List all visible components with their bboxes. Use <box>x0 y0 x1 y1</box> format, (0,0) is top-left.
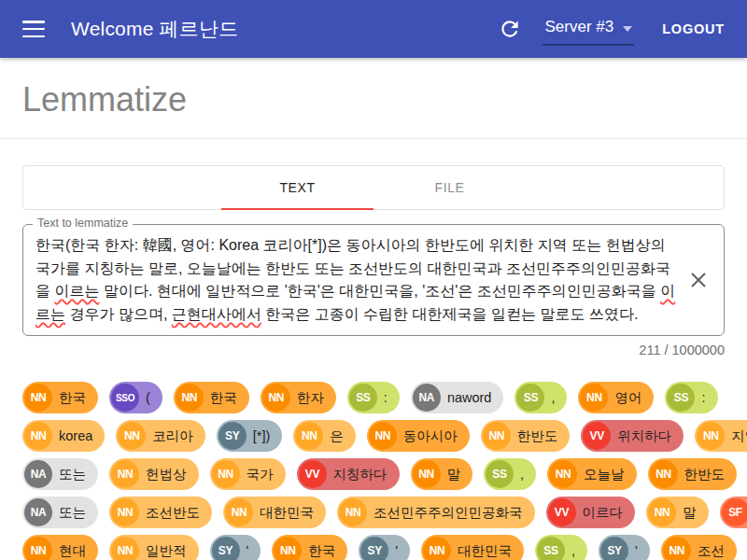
pos-tag-badge: NA <box>24 460 52 488</box>
pos-tag-badge: NN <box>111 460 139 488</box>
token-chip: NN은 <box>293 420 356 452</box>
token-chip: SSO( <box>109 382 162 413</box>
pos-tag-badge: NN <box>176 384 204 412</box>
hamburger-menu-icon[interactable] <box>22 21 45 37</box>
token-word: korea <box>59 428 92 443</box>
token-word: 국가 <box>247 466 274 483</box>
pos-tag-badge: NN <box>111 498 139 526</box>
pos-tag-badge: NN <box>212 460 240 488</box>
token-chip: NN지역 <box>695 420 747 452</box>
token-word: 한국 <box>210 389 237 407</box>
token-word: , <box>571 543 575 558</box>
server-select[interactable]: Server #3 <box>543 12 634 46</box>
token-chip: SS, <box>484 458 536 490</box>
token-word: 말 <box>683 504 697 522</box>
pos-tag-badge: NN <box>663 537 691 560</box>
app-bar: Welcome 페르난드 Server #3 LOGOUT <box>0 0 747 58</box>
token-word: , <box>520 467 524 482</box>
pos-tag-badge: NN <box>423 537 451 560</box>
token-chip-row: NNkoreaNN코리아SY[*])NN은NN동아시아NN한반도VV위치하다NN… <box>22 420 725 452</box>
token-word: 대한민국 <box>458 542 512 560</box>
pos-tag-badge: NN <box>225 498 253 526</box>
token-word: 영어 <box>614 389 641 407</box>
text-segment: 경우가 많으며, <box>65 306 172 322</box>
char-counter: 211 / 1000000 <box>22 343 725 357</box>
tab-text[interactable]: TEXT <box>221 166 374 209</box>
close-icon[interactable] <box>687 269 710 291</box>
token-chip: SS: <box>665 382 717 413</box>
pos-tag-badge: SSO <box>111 384 139 412</box>
logout-button[interactable]: LOGOUT <box>662 21 725 36</box>
token-word: 한반도 <box>517 427 558 445</box>
pos-tag-badge: NN <box>274 537 302 560</box>
field-label: Text to lemmatize <box>33 217 133 230</box>
pos-tag-badge: SS <box>667 384 695 412</box>
token-chip: NN헌법상 <box>109 458 199 490</box>
pos-tag-badge: SY <box>360 537 388 560</box>
token-chip: NN국가 <box>210 458 286 490</box>
token-chip: NN대한민국 <box>223 497 326 528</box>
token-chip: VV위치하다 <box>581 420 684 452</box>
tab-file-label: FILE <box>435 180 465 195</box>
token-word: 한국 <box>308 542 335 560</box>
token-chip: NN한국 <box>22 382 98 413</box>
pos-tag-badge: SS <box>516 384 544 412</box>
token-word: 한자 <box>297 389 324 407</box>
pos-tag-badge: NN <box>483 422 511 450</box>
token-word: 동아시아 <box>403 427 458 445</box>
token-chip: SS, <box>535 535 587 560</box>
token-chip: NN대한민국 <box>421 535 524 560</box>
pos-tag-badge: NN <box>413 460 441 488</box>
pos-tag-badge: NN <box>339 498 367 526</box>
lemmatize-input-field[interactable]: Text to lemmatize 한국(한국 한자: 韓國, 영어: Kore… <box>22 224 725 336</box>
tab-text-label: TEXT <box>279 180 315 195</box>
token-chip: SY[*]) <box>217 420 283 452</box>
pos-tag-badge: NN <box>648 498 676 526</box>
field-text[interactable]: 한국(한국 한자: 韓國, 영어: Korea 코리아[*])은 동아시아의 한… <box>35 234 681 326</box>
token-word: 은 <box>330 427 344 445</box>
token-word: 오늘날 <box>584 466 625 483</box>
token-chip: NN한반도 <box>481 420 571 452</box>
divider <box>0 138 747 139</box>
token-chip: NN동아시아 <box>367 420 470 452</box>
token-chip: SY' <box>599 535 650 560</box>
token-word: 말 <box>447 466 461 483</box>
pos-tag-badge: NA <box>413 384 441 412</box>
token-chip: NN오늘날 <box>547 458 637 490</box>
token-word: 현대 <box>59 542 86 560</box>
token-word: 코리아 <box>152 427 193 445</box>
token-chip: NN한국 <box>174 382 249 413</box>
token-chip: NN말 <box>646 497 709 528</box>
server-select-value: Server #3 <box>544 18 613 36</box>
token-chip: NN한자 <box>261 382 336 413</box>
token-word: 조선민주주의인민공화국 <box>374 504 523 522</box>
token-word: : <box>701 390 705 405</box>
pos-tag-badge: NA <box>24 498 52 526</box>
token-word: , <box>551 390 555 405</box>
pos-tag-badge: SY <box>600 537 628 560</box>
misspelled-word: 이르는 <box>54 283 99 299</box>
token-chip: NN조선반도 <box>109 497 212 528</box>
token-chip: NN한반도 <box>648 458 738 490</box>
token-word: ' <box>247 543 249 558</box>
token-word: 한국 <box>59 389 86 407</box>
token-chip: SY' <box>359 535 410 560</box>
pos-tag-badge: NN <box>24 537 52 560</box>
token-chip: NN영어 <box>578 382 654 413</box>
token-chip: NN조선 <box>661 535 737 560</box>
token-chip-row: NA또는NN헌법상NN국가VV지칭하다NN말SS,NN오늘날NN한반도 <box>22 458 725 490</box>
pos-tag-badge: NN <box>369 422 397 450</box>
pos-tag-badge: NN <box>549 460 577 488</box>
welcome-title: Welcome 페르난드 <box>71 16 238 42</box>
token-chip: NN조선민주주의인민공화국 <box>337 497 535 528</box>
token-chip: SY' <box>210 535 261 560</box>
token-chip-area: NN한국SSO(NN한국NN한자SS:NAnawordSS,NN영어SS:NNk… <box>22 382 725 560</box>
pos-tag-badge: SF <box>722 498 747 526</box>
pos-tag-badge: NN <box>24 422 52 450</box>
pos-tag-badge: VV <box>299 460 327 488</box>
pos-tag-badge: NN <box>118 422 146 450</box>
pos-tag-badge: NN <box>295 422 323 450</box>
tab-file[interactable]: FILE <box>374 166 526 209</box>
refresh-icon[interactable] <box>498 17 522 41</box>
pos-tag-badge: SS <box>537 537 565 560</box>
